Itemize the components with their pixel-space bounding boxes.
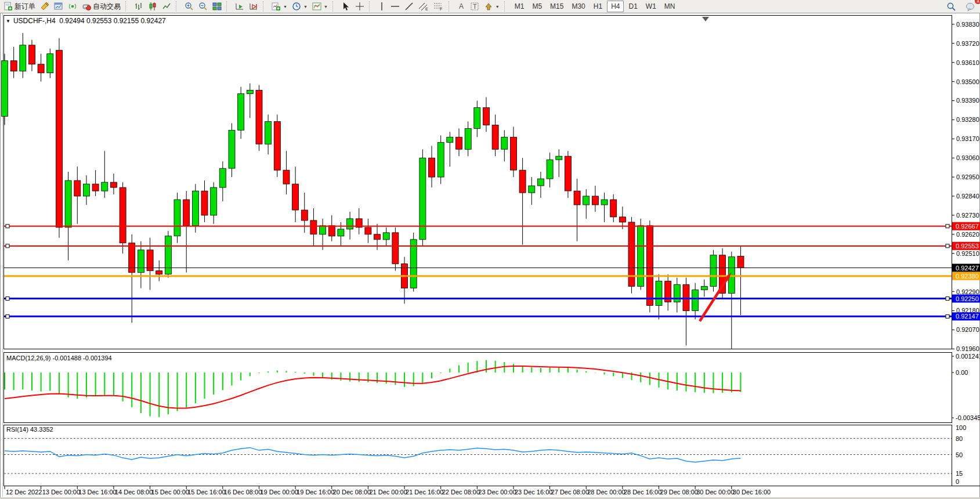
autotrading-button[interactable]: 自动交易 — [79, 0, 123, 13]
rsi-panel[interactable] — [4, 425, 952, 486]
price-axis-label: 0.92620 — [956, 231, 979, 238]
hline-left-marker[interactable] — [6, 225, 9, 228]
hline-left-marker[interactable] — [6, 244, 9, 248]
periods-button[interactable]: ▼ — [290, 0, 310, 13]
candle-body — [201, 191, 208, 215]
macd-panel[interactable] — [4, 353, 952, 423]
timeframe-button-M30[interactable]: M30 — [568, 1, 588, 12]
timeframe-button-H4[interactable]: H4 — [607, 1, 624, 12]
candle-body — [692, 290, 699, 311]
price-axis-label: 0.93830 — [956, 21, 979, 28]
text-label-tool-button[interactable]: T — [468, 0, 482, 13]
candlestick-icon — [148, 2, 157, 11]
candle-body — [429, 158, 435, 177]
candle-body — [447, 137, 453, 142]
candle-body — [483, 108, 490, 125]
notifications-button[interactable]: 1 — [963, 0, 978, 13]
templates-dropdown-caret: ▼ — [324, 5, 328, 9]
hline-right-marker[interactable] — [946, 297, 949, 301]
time-axis-label: 28 Dec 00:00 — [587, 489, 625, 496]
candle-body — [165, 236, 171, 274]
vertical-line-tool-button[interactable] — [375, 0, 388, 13]
candle-body — [601, 200, 607, 205]
price-axis-label: 0.92510 — [956, 250, 979, 257]
timeframe-button-W1[interactable]: W1 — [642, 1, 660, 12]
candle-body — [229, 130, 235, 168]
candlestick-chart-button[interactable] — [146, 0, 160, 13]
chart-menu-icon[interactable]: ▼ — [6, 19, 10, 24]
price-axis-label: 0.93500 — [956, 78, 979, 85]
price-axis-label: 0.93610 — [956, 59, 979, 66]
equidistant-channel-tool-button[interactable]: E — [416, 0, 431, 13]
chart-shift-button[interactable] — [247, 0, 261, 13]
candle-body — [183, 200, 190, 226]
crosshair-tool-button[interactable] — [353, 0, 367, 13]
candle-body — [219, 168, 226, 187]
hammer-icon — [40, 2, 49, 11]
chart-canvas[interactable]: 0.938300.937200.936100.935000.933900.932… — [0, 0, 980, 499]
timeframe-button-M1[interactable]: M1 — [511, 1, 528, 12]
auto-scroll-button[interactable] — [233, 0, 247, 13]
profile-button[interactable] — [38, 0, 52, 13]
candle-body — [646, 226, 653, 306]
toolbar-separator — [504, 1, 508, 12]
candle-body — [737, 256, 744, 268]
candle-body — [474, 108, 480, 129]
candle-body — [511, 137, 517, 170]
time-axis-label: 20 Dec 08:00 — [333, 489, 371, 496]
timeframe-button-H1[interactable]: H1 — [590, 1, 606, 12]
chart-ohlc-values: 0.92494 0.92553 0.92155 0.92427 — [59, 17, 166, 25]
search-button[interactable] — [944, 0, 959, 13]
svg-text:A: A — [459, 2, 464, 10]
candle-body — [310, 220, 317, 234]
horizontal-line-tool-button[interactable] — [388, 0, 402, 13]
svg-text:E: E — [425, 7, 428, 11]
candle-body — [192, 191, 198, 226]
indicators-dropdown-caret: ▼ — [283, 5, 287, 9]
candle-body — [65, 180, 71, 227]
candle-body — [501, 137, 508, 149]
indicators-button[interactable]: ▼ — [269, 0, 290, 13]
cursor-tool-button[interactable] — [339, 0, 353, 13]
hline-right-marker[interactable] — [946, 244, 949, 248]
candle-body — [83, 184, 89, 196]
hline-right-marker[interactable] — [946, 225, 949, 228]
candle-body — [374, 234, 381, 240]
candle-body — [211, 187, 217, 215]
hline-right-marker[interactable] — [946, 314, 949, 318]
zoom-in-button[interactable] — [182, 0, 196, 13]
rsi-value: 43.3352 — [30, 426, 53, 433]
notification-badge: 1 — [975, 0, 980, 4]
fibonacci-tool-button[interactable]: F — [431, 0, 446, 13]
trendline-tool-button[interactable] — [402, 0, 416, 13]
new-order-label: 新订单 — [15, 2, 35, 12]
rsi-indicator-label: RSI(14) 43.3352 — [6, 426, 53, 433]
arrows-tool-button[interactable]: ▼ — [482, 0, 502, 13]
hline-left-marker[interactable] — [6, 297, 9, 301]
timeframe-button-M5[interactable]: M5 — [529, 1, 545, 12]
zoom-out-button[interactable] — [196, 0, 210, 13]
templates-button[interactable]: ▼ — [310, 0, 330, 13]
line-chart-button[interactable] — [160, 0, 173, 13]
candle-body — [610, 200, 617, 217]
tile-windows-icon — [212, 2, 222, 11]
new-order-button[interactable]: 新订单 — [1, 0, 38, 13]
rsi-axis-label: 100 — [956, 424, 966, 431]
candle-body — [619, 217, 625, 222]
signals-button[interactable] — [66, 0, 79, 13]
hline-left-marker[interactable] — [6, 314, 9, 318]
timeframe-button-D1[interactable]: D1 — [625, 1, 641, 12]
charts-button[interactable] — [52, 0, 66, 13]
price-axis-label: 0.93170 — [956, 135, 979, 142]
chart-shift-icon — [249, 2, 258, 11]
bar-chart-button[interactable] — [132, 0, 146, 13]
text-tool-button[interactable]: A — [455, 0, 468, 13]
timeframe-button-MN[interactable]: MN — [661, 1, 679, 12]
candle-body — [392, 233, 399, 264]
timeframe-button-M15[interactable]: M15 — [547, 1, 567, 12]
candle-body — [120, 187, 126, 243]
tile-windows-button[interactable] — [210, 0, 224, 13]
text-icon: A — [457, 2, 465, 11]
candle-body — [174, 200, 180, 236]
vertical-line-icon — [378, 2, 386, 11]
